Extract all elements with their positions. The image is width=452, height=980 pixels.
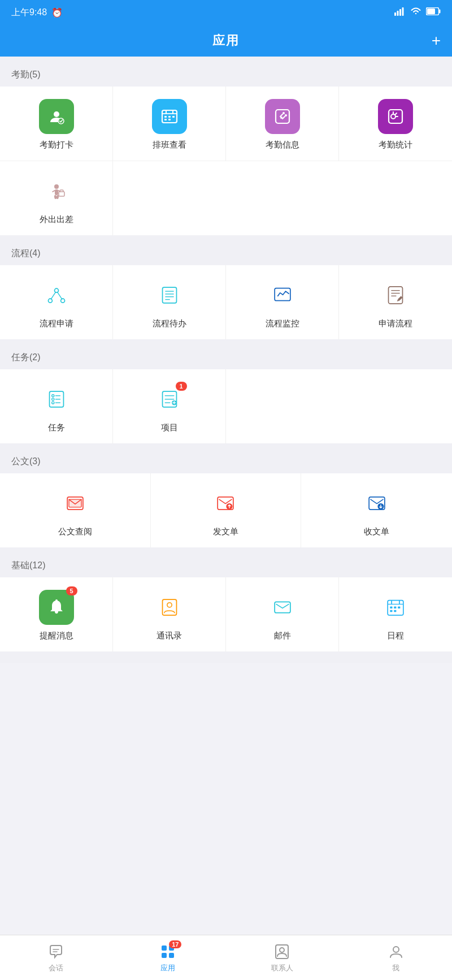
svg-rect-16: [164, 119, 167, 120]
gap-gongwen: [0, 443, 452, 450]
grid-item-paiban[interactable]: 排班查看: [113, 87, 226, 161]
grid-item-liucheng-daiban[interactable]: 流程待办: [113, 265, 226, 339]
svg-rect-15: [172, 116, 175, 118]
lianxiren-nav-icon: [273, 943, 291, 961]
nav-item-yingyong[interactable]: 17 应用: [159, 943, 177, 973]
svg-rect-68: [275, 602, 290, 612]
grid-renwu: 任务 1 项目: [0, 369, 452, 443]
grid-item-shouwen[interactable]: 收文单: [301, 473, 452, 547]
svg-rect-73: [390, 607, 392, 608]
renwu-row-1: 任务 1 项目: [0, 369, 452, 443]
renwu-label: 任务: [48, 422, 65, 433]
shouwen-label: 收文单: [364, 526, 389, 537]
grid-item-tongxunlu[interactable]: 通讯录: [113, 577, 226, 651]
grid-item-liucheng-jiankong[interactable]: 流程监控: [226, 265, 339, 339]
svg-rect-18: [276, 110, 289, 123]
svg-rect-1: [397, 11, 399, 16]
yingyong-nav-label: 应用: [160, 963, 175, 973]
svg-point-7: [54, 111, 59, 117]
svg-point-21: [285, 114, 287, 116]
svg-point-31: [54, 288, 58, 292]
tixing-badge: 5: [66, 586, 77, 595]
section-header-jichu: 基础(12): [0, 554, 452, 577]
nav-item-wo[interactable]: 我: [387, 943, 405, 973]
svg-rect-30: [59, 192, 64, 196]
svg-point-47: [51, 402, 54, 404]
youjian-label: 邮件: [274, 631, 291, 641]
gap-kaoqin: [0, 57, 452, 63]
gongwen-row-1: 公文查阅 发文单: [0, 473, 452, 547]
grid-item-shenqing-liucheng[interactable]: 申请流程: [339, 265, 452, 339]
grid-item-youjian[interactable]: 邮件: [226, 577, 339, 651]
grid-item-kaoqin-xinxi[interactable]: 考勤信息: [226, 87, 339, 161]
huihua-nav-icon: [47, 943, 65, 961]
nav-item-huihua[interactable]: 会话: [47, 943, 65, 973]
gongwen-chayue-label: 公文查阅: [58, 526, 92, 537]
svg-point-45: [51, 395, 54, 397]
yingyong-nav-icon: 17: [159, 943, 177, 961]
status-left: 上午9:48 ⏰: [11, 7, 63, 19]
liucheng-row-1: 流程申请 流程待办: [0, 265, 452, 339]
grid-item-xiangmu[interactable]: 1 项目: [113, 369, 226, 443]
liucheng-jiankong-label: 流程监控: [266, 318, 299, 329]
svg-point-32: [48, 299, 52, 303]
grid-item-liucheng-shenqing[interactable]: 流程申请: [0, 265, 113, 339]
paiban-label: 排班查看: [153, 140, 186, 150]
svg-point-86: [393, 947, 399, 952]
lianxiren-nav-label: 联系人: [271, 963, 293, 973]
kaoqin-daka-label: 考勤打卡: [40, 140, 73, 150]
tixing-label: 提醒消息: [40, 631, 73, 641]
svg-rect-2: [399, 9, 401, 16]
grid-gongwen: 公文查阅 发文单: [0, 473, 452, 547]
status-bar: 上午9:48 ⏰: [0, 0, 452, 25]
shenqing-liucheng-icon: [378, 278, 413, 313]
wo-nav-icon: [387, 943, 405, 961]
svg-rect-0: [394, 12, 396, 16]
fawen-icon: [208, 486, 243, 521]
grid-item-fawen[interactable]: 发文单: [151, 473, 302, 547]
svg-point-67: [167, 603, 171, 607]
richeng-label: 日程: [387, 631, 404, 641]
status-right: [394, 7, 441, 18]
grid-jichu: 5 提醒消息 通讯录: [0, 577, 452, 651]
grid-item-kaoqin-daka[interactable]: 考勤打卡: [0, 87, 113, 161]
wifi-icon: [410, 7, 421, 18]
add-button[interactable]: +: [432, 32, 441, 50]
xiangmu-icon: 1: [152, 382, 187, 417]
svg-rect-40: [389, 287, 403, 304]
waichu-label: 外出出差: [40, 214, 73, 225]
grid-item-richeng[interactable]: 日程: [339, 577, 452, 651]
liucheng-shenqing-label: 流程申请: [40, 318, 73, 329]
kaoqin-daka-icon: [39, 99, 74, 134]
svg-rect-74: [394, 607, 396, 608]
grid-item-waichu[interactable]: 外出出差: [0, 161, 113, 235]
tixing-icon: 5: [39, 590, 74, 625]
wo-nav-label: 我: [392, 963, 399, 973]
liucheng-shenqing-icon: [39, 278, 74, 313]
header: 应用 +: [0, 25, 452, 57]
bottom-gap: [0, 651, 452, 663]
kaoqin-xinxi-icon: [265, 99, 300, 134]
xiangmu-label: 项目: [161, 422, 178, 433]
status-time: 上午9:48: [11, 7, 47, 19]
gap-liucheng: [0, 235, 452, 242]
page-title: 应用: [212, 32, 240, 49]
kaoqin-row-2: 外出出差: [0, 161, 452, 235]
grid-kaoqin: 考勤打卡 排班查看: [0, 87, 452, 235]
svg-rect-13: [164, 116, 167, 118]
liucheng-daiban-icon: [152, 278, 187, 313]
grid-item-renwu[interactable]: 任务: [0, 369, 113, 443]
svg-point-46: [51, 398, 54, 400]
section-header-kaoqin: 考勤(5): [0, 63, 452, 87]
battery-icon: [426, 7, 441, 18]
grid-item-gongwen-chayue[interactable]: 公文查阅: [0, 473, 151, 547]
signal-icon: [394, 7, 406, 18]
grid-item-tixing[interactable]: 5 提醒消息: [0, 577, 113, 651]
svg-point-8: [58, 118, 64, 124]
kaoqin-row-1: 考勤打卡 排班查看: [0, 87, 452, 161]
tongxunlu-icon: [152, 590, 187, 625]
svg-point-19: [282, 112, 285, 114]
grid-item-kaoqin-tongji[interactable]: 考勤统计: [339, 87, 452, 161]
svg-rect-34: [162, 287, 176, 303]
nav-item-lianxiren[interactable]: 联系人: [271, 943, 293, 973]
